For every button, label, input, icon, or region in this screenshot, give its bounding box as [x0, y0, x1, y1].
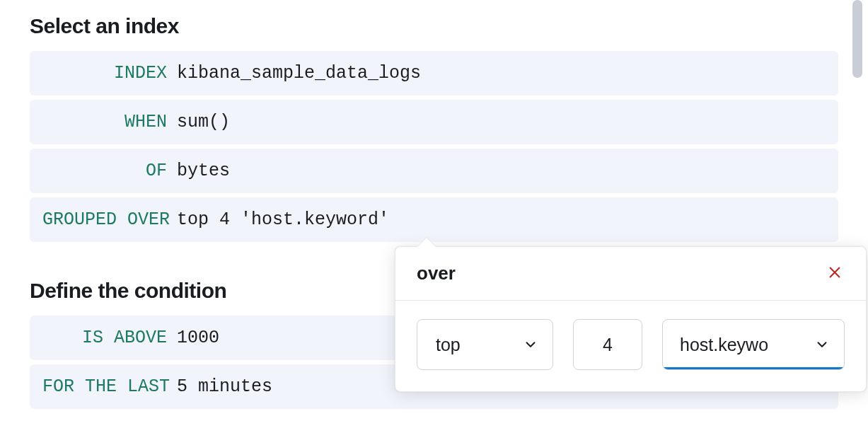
expression-index[interactable]: INDEX kibana_sample_data_logs: [30, 51, 838, 96]
close-icon: [827, 265, 843, 283]
close-button[interactable]: [825, 264, 845, 284]
count-input[interactable]: 4: [573, 319, 642, 370]
expr-value-index: kibana_sample_data_logs: [177, 61, 826, 86]
expr-value-when: sum(): [177, 110, 826, 134]
mode-select-value: top: [436, 335, 461, 355]
expr-keyword-index: INDEX: [42, 61, 177, 86]
expr-value-of: bytes: [177, 158, 826, 183]
section-title-index: Select an index: [30, 14, 838, 38]
over-popover: over top 4 host.keywo: [395, 246, 867, 392]
expr-value-grouped: top 4 'host.keyword': [177, 207, 826, 232]
expression-grouped-over[interactable]: GROUPED OVER top 4 'host.keyword': [30, 197, 838, 242]
chevron-down-icon: [814, 337, 830, 352]
popover-header: over: [395, 247, 866, 301]
expr-keyword-above: IS ABOVE: [42, 325, 177, 350]
popover-body: top 4 host.keywo: [395, 301, 866, 391]
expr-keyword-forlast: FOR THE LAST: [42, 374, 177, 399]
field-select-value: host.keywo: [680, 335, 768, 355]
chevron-down-icon: [523, 337, 538, 352]
popover-title: over: [417, 262, 456, 284]
count-input-value: 4: [603, 335, 613, 355]
scrollbar-thumb[interactable]: [852, 0, 862, 78]
expression-of[interactable]: OF bytes: [30, 149, 838, 193]
mode-select[interactable]: top: [417, 319, 553, 370]
expr-keyword-when: WHEN: [42, 110, 177, 134]
field-select[interactable]: host.keywo: [662, 319, 845, 370]
expr-keyword-of: OF: [42, 158, 177, 183]
expr-keyword-grouped: GROUPED OVER: [42, 207, 177, 232]
expression-when[interactable]: WHEN sum(): [30, 100, 838, 144]
